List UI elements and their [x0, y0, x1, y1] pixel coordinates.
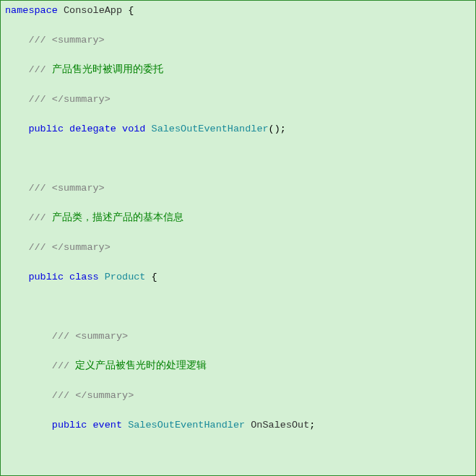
indent — [5, 420, 52, 430]
brace: { — [128, 5, 134, 16]
doc-text: 产品售光时被调用的委托 — [52, 64, 163, 75]
doc-slash: /// — [5, 64, 52, 75]
doc-slash: /// — [5, 35, 52, 46]
blank-line — [5, 300, 471, 315]
keyword-class: class — [64, 272, 99, 282]
keyword-void: void — [116, 124, 146, 134]
semicolon: ; — [309, 420, 315, 430]
blank-line — [5, 152, 471, 167]
delegate-name: SalesOutEventHandler — [145, 124, 268, 134]
doc-slash: /// — [5, 94, 52, 105]
namespace-name: ConsoleApp — [58, 5, 128, 16]
event-name: OnSalesOut — [245, 420, 309, 430]
doc-slash: /// — [5, 212, 52, 223]
doc-tag: <summary> — [75, 331, 128, 342]
doc-tag: <summary> — [52, 183, 105, 194]
doc-slash: /// — [5, 360, 75, 371]
doc-text: 产品类，描述产品的基本信息 — [52, 212, 183, 223]
indent — [5, 272, 28, 282]
keyword-public: public — [28, 124, 64, 134]
event-type: SalesOutEventHandler — [122, 420, 245, 430]
keyword-event: event — [87, 420, 122, 430]
doc-text: 定义产品被售光时的处理逻辑 — [75, 360, 207, 371]
doc-tag: <summary> — [52, 35, 105, 46]
doc-tag: </summary> — [52, 94, 111, 105]
doc-slash: /// — [5, 390, 75, 401]
brace: { — [145, 272, 157, 282]
indent — [5, 124, 28, 134]
doc-slash: /// — [5, 331, 75, 342]
class-name: Product — [99, 272, 146, 282]
keyword-public: public — [28, 272, 64, 282]
doc-slash: /// — [5, 183, 52, 194]
keyword-namespace: namespace — [5, 5, 58, 16]
doc-slash: /// — [5, 242, 52, 253]
parens: (); — [269, 124, 286, 134]
keyword-delegate: delegate — [64, 124, 116, 134]
code-block: namespace ConsoleApp { /// <summary> ///… — [5, 4, 471, 476]
doc-tag: </summary> — [52, 242, 111, 253]
blank-line — [5, 448, 471, 463]
doc-tag: </summary> — [75, 390, 134, 401]
keyword-public: public — [52, 420, 87, 430]
